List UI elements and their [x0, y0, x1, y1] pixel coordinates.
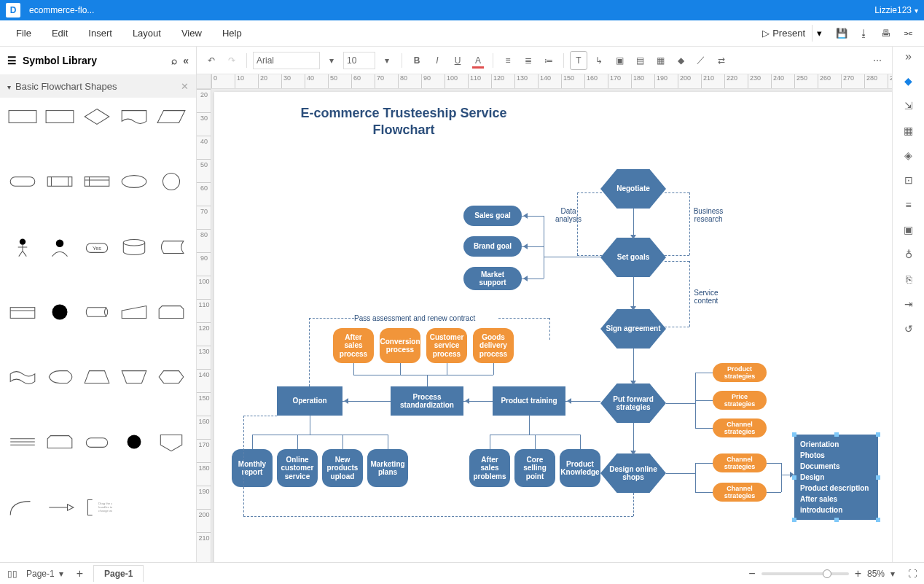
shape-pill[interactable]: [82, 430, 112, 453]
node-after-sales-problems[interactable]: After sales problems: [469, 449, 510, 487]
node-monthly-report[interactable]: Monthly report: [232, 449, 273, 487]
text-tool-button[interactable]: T: [570, 51, 587, 70]
zoom-value[interactable]: 85%: [867, 569, 885, 579]
ruler-horizontal[interactable]: 0102030405060708090100110120130140150160…: [211, 74, 892, 89]
node-sales-goal[interactable]: Sales goal: [463, 206, 522, 226]
shape-stored-data[interactable]: [156, 235, 187, 259]
shape-parallelogram[interactable]: [156, 105, 187, 128]
shape-trapezoid-2[interactable]: [119, 365, 149, 389]
shape-database[interactable]: [119, 235, 149, 259]
history-panel-icon[interactable]: ↺: [901, 321, 917, 337]
shape-actor[interactable]: [7, 235, 38, 259]
add-page-button[interactable]: +: [77, 567, 83, 580]
menu-help[interactable]: Help: [212, 28, 252, 39]
node-design-shops[interactable]: Design online shops: [600, 453, 666, 493]
layers-panel-icon[interactable]: ◈: [901, 147, 917, 163]
download-icon[interactable]: ⭳: [857, 27, 870, 40]
shape-annotation[interactable]: Drag the sidehandles tochange width: [82, 496, 112, 519]
shape-tape[interactable]: [7, 365, 38, 389]
shape-ellipse[interactable]: [119, 170, 149, 193]
underline-button[interactable]: U: [449, 51, 466, 70]
menu-insert[interactable]: Insert: [78, 28, 122, 39]
more-options-button[interactable]: ⋯: [869, 51, 886, 70]
node-channel-strategies-2[interactable]: Channel strategies: [713, 453, 767, 472]
shape-internal-storage[interactable]: [82, 170, 112, 193]
node-core-selling-point[interactable]: Core selling point: [514, 449, 555, 487]
search-icon[interactable]: ⌕: [171, 55, 177, 66]
shape-yes-pill[interactable]: Yes: [82, 235, 112, 259]
align-h-button[interactable]: ≡: [499, 51, 517, 70]
line-button[interactable]: ／: [692, 51, 710, 70]
italic-button[interactable]: I: [428, 51, 446, 70]
image-panel-icon[interactable]: ▣: [901, 222, 917, 238]
zoom-slider[interactable]: [761, 572, 849, 575]
close-section-icon[interactable]: ✕: [181, 81, 189, 92]
diagram-title[interactable]: E-commerce Trusteeship Service Flowchart: [273, 105, 535, 139]
menu-file[interactable]: File: [6, 28, 42, 39]
redo-button[interactable]: ↷: [223, 51, 240, 70]
collapse-left-icon[interactable]: «: [183, 55, 189, 66]
node-channel-strategies-3[interactable]: Channel strategies: [713, 483, 767, 502]
zoom-out-button[interactable]: −: [748, 567, 755, 580]
bold-button[interactable]: B: [408, 51, 426, 70]
node-goods-delivery-process[interactable]: Goods delivery process: [473, 328, 514, 363]
node-marketing-plans[interactable]: Marketing plans: [367, 449, 408, 487]
node-channel-strategies[interactable]: Channel strategies: [713, 418, 767, 437]
menu-edit[interactable]: Edit: [42, 28, 78, 39]
shape-diamond[interactable]: [82, 105, 112, 128]
save-icon[interactable]: 💾: [835, 27, 848, 40]
list-button[interactable]: ≔: [540, 51, 557, 70]
node-negotiate[interactable]: Negotiate: [600, 169, 666, 209]
font-family-caret[interactable]: ▾: [323, 51, 340, 70]
node-product-knowledge[interactable]: Product Knowledge: [560, 449, 600, 487]
present-button[interactable]: ▷Present: [756, 24, 812, 42]
zoom-in-button[interactable]: +: [855, 567, 861, 580]
present-dropdown[interactable]: ▾: [812, 25, 826, 42]
page-select-label[interactable]: Page-1: [26, 569, 55, 579]
bring-forward-button[interactable]: ▣: [611, 51, 628, 70]
node-put-forward[interactable]: Put forward strategies: [600, 384, 666, 423]
font-family-select[interactable]: [253, 52, 320, 69]
node-after-sales-process[interactable]: After sales process: [333, 328, 374, 363]
shape-offpage[interactable]: [156, 430, 187, 453]
shape-document[interactable]: [119, 105, 149, 128]
node-info-box[interactable]: Orientation Photos Documents Design Prod…: [794, 435, 878, 520]
node-product-training[interactable]: Product training: [493, 386, 565, 416]
shape-arc[interactable]: [7, 496, 38, 519]
shape-predefined[interactable]: [44, 170, 75, 193]
node-online-customer-service[interactable]: Online customer service: [277, 449, 318, 487]
shape-loop-limit[interactable]: [156, 300, 187, 324]
shape-rectangle-2[interactable]: [44, 105, 75, 128]
node-product-strategies[interactable]: Product strategies: [713, 363, 767, 382]
page-select-caret[interactable]: ▾: [59, 569, 63, 579]
shape-rectangle[interactable]: [7, 105, 38, 128]
zoom-caret[interactable]: ▾: [890, 569, 895, 579]
shape-user[interactable]: [44, 235, 75, 259]
shape-cut-rect[interactable]: [44, 430, 75, 453]
arrow-style-button[interactable]: ⇄: [713, 51, 730, 70]
undo-button[interactable]: ↶: [203, 51, 220, 70]
node-process-std[interactable]: Process standardization: [391, 386, 463, 416]
shape-manual-input[interactable]: [119, 300, 149, 324]
print-icon[interactable]: 🖶: [879, 27, 892, 40]
collapse-right-icon[interactable]: «: [905, 51, 912, 64]
clipboard-panel-icon[interactable]: ⎘: [901, 271, 917, 287]
shape-circle-2[interactable]: [44, 300, 75, 324]
pages-layout-icon[interactable]: ▯▯: [7, 569, 17, 579]
comments-panel-icon[interactable]: ⊡: [901, 172, 917, 188]
page-canvas[interactable]: E-commerce Trusteeship Service Flowchart…: [214, 92, 892, 562]
shape-triple-line[interactable]: [7, 430, 38, 453]
font-size-select[interactable]: [343, 52, 375, 69]
node-set-goals[interactable]: Set goals: [600, 238, 666, 277]
section-basic-flowchart[interactable]: Basic Flowchart Shapes ✕: [0, 74, 196, 98]
node-operation[interactable]: Operation: [277, 386, 342, 416]
menu-layout[interactable]: Layout: [122, 28, 171, 39]
export-panel-icon[interactable]: ⇲: [901, 98, 917, 114]
shape-circle[interactable]: [156, 170, 187, 193]
node-customer-service-process[interactable]: Customer service process: [426, 328, 467, 363]
page-tab-1[interactable]: Page-1: [93, 565, 144, 582]
shape-arrow-right[interactable]: [44, 496, 75, 519]
fill-panel-icon[interactable]: ◆: [901, 73, 917, 89]
canvas-scroll[interactable]: E-commerce Trusteeship Service Flowchart…: [211, 89, 892, 562]
fill-button[interactable]: ◆: [672, 51, 689, 70]
